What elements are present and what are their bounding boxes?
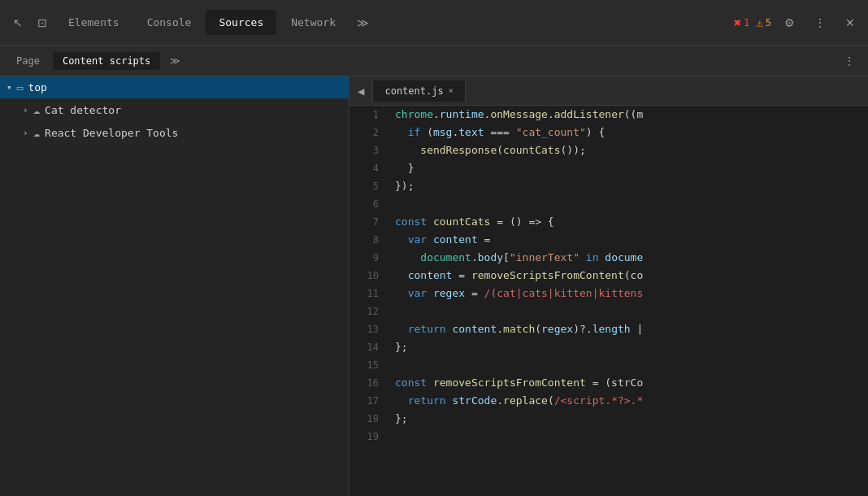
- code-editor: ◀ content.js × 1 chrome.runtime.onMessag…: [349, 76, 868, 496]
- source-subtabs: Page Content scripts ≫ ⋮: [0, 46, 868, 76]
- tree-label-react-devtools: React Developer Tools: [45, 127, 178, 139]
- back-icon: ◀: [358, 85, 364, 98]
- settings-button[interactable]: ⚙: [778, 11, 801, 34]
- code-line-18: 18 };: [349, 410, 868, 428]
- more-menu-icon: ⋮: [814, 16, 826, 29]
- code-line-6: 6: [349, 195, 868, 213]
- tree-arrow-down: ▾: [7, 82, 12, 93]
- error-count: 1: [744, 17, 749, 28]
- editor-tab-bar: ◀ content.js ×: [349, 76, 868, 106]
- editor-tab-filename: content.js: [384, 85, 443, 97]
- cloud-icon-1: ☁: [33, 103, 40, 116]
- editor-tab-close-button[interactable]: ×: [449, 86, 454, 95]
- close-icon: ✕: [845, 16, 855, 29]
- editor-tab-content-js[interactable]: content.js ×: [373, 80, 465, 102]
- code-line-16: 16 const removeScriptsFromContent = (str…: [349, 374, 868, 392]
- device-icon: ⊡: [37, 16, 47, 29]
- close-devtools-button[interactable]: ✕: [839, 11, 861, 34]
- file-tree-sidebar: ▾ ▭ top › ☁ Cat detector › ☁ React Devel…: [0, 76, 349, 496]
- content-scripts-subtab[interactable]: Content scripts: [53, 52, 160, 70]
- device-emulation-button[interactable]: ⊡: [31, 11, 54, 34]
- warning-count: 5: [766, 17, 771, 28]
- warning-badge[interactable]: ⚠ 5: [756, 16, 771, 29]
- cursor-icon: ↖: [13, 16, 23, 29]
- settings-icon: ⚙: [784, 16, 795, 29]
- code-line-3: 3 sendResponse(countCats());: [349, 141, 868, 159]
- more-tabs-icon: ≫: [357, 16, 369, 29]
- code-line-11: 11 var regex = /(cat|cats|kitten|kittens: [349, 285, 868, 302]
- tree-label-top: top: [28, 81, 46, 94]
- code-line-19: 19: [349, 428, 868, 446]
- code-line-9: 9 document.body["innerText" in docume: [349, 249, 868, 267]
- toolbar-right: ✖ 1 ⚠ 5 ⚙ ⋮ ✕: [734, 11, 861, 34]
- code-line-7: 7 const countCats = () => {: [349, 213, 868, 231]
- network-tab[interactable]: Network: [278, 10, 349, 35]
- more-menu-button[interactable]: ⋮: [808, 11, 832, 34]
- code-line-10: 10 content = removeScriptsFromContent(co: [349, 267, 868, 285]
- more-subtabs-button[interactable]: ≫: [163, 52, 187, 70]
- sources-tab[interactable]: Sources: [206, 10, 276, 35]
- tree-label-cat-detector: Cat detector: [45, 104, 121, 116]
- code-line-13: 13 return content.match(regex)?.length |: [349, 320, 868, 338]
- code-line-4: 4 }: [349, 159, 868, 177]
- tree-arrow-right: ›: [23, 105, 28, 115]
- error-badge[interactable]: ✖ 1: [734, 15, 749, 30]
- main-area: ▾ ▭ top › ☁ Cat detector › ☁ React Devel…: [0, 76, 868, 496]
- page-subtab[interactable]: Page: [7, 52, 50, 70]
- devtools-toolbar: ↖ ⊡ Elements Console Sources Network ≫ ✖…: [0, 0, 868, 46]
- code-line-12: 12: [349, 302, 868, 320]
- tree-arrow-right-2: ›: [23, 128, 28, 138]
- code-line-8: 8 var content =: [349, 231, 868, 249]
- tree-item-top[interactable]: ▾ ▭ top: [0, 76, 349, 98]
- code-line-14: 14 };: [349, 338, 868, 356]
- more-tabs-button[interactable]: ≫: [350, 11, 375, 34]
- elements-tab[interactable]: Elements: [55, 10, 132, 35]
- cloud-icon-2: ☁: [33, 126, 40, 139]
- tree-item-cat-detector[interactable]: › ☁ Cat detector: [0, 98, 349, 121]
- tree-item-react-devtools[interactable]: › ☁ React Developer Tools: [0, 121, 349, 144]
- code-line-1: 1 chrome.runtime.onMessage.addListener((…: [349, 106, 868, 124]
- frame-icon: ▭: [17, 81, 24, 94]
- editor-back-button[interactable]: ◀: [349, 80, 373, 102]
- cursor-tool-button[interactable]: ↖: [7, 11, 29, 34]
- code-line-15: 15: [349, 356, 868, 374]
- code-line-2: 2 if (msg.text === "cat_count") {: [349, 124, 868, 141]
- code-line-17: 17 return strCode.replace(/<script.*?>.*: [349, 392, 868, 410]
- code-content[interactable]: 1 chrome.runtime.onMessage.addListener((…: [349, 106, 868, 496]
- code-line-5: 5 });: [349, 177, 868, 195]
- console-tab[interactable]: Console: [134, 10, 205, 35]
- subtab-menu-button[interactable]: ⋮: [837, 51, 861, 71]
- warning-icon: ⚠: [756, 16, 762, 29]
- error-icon: ✖: [734, 15, 741, 30]
